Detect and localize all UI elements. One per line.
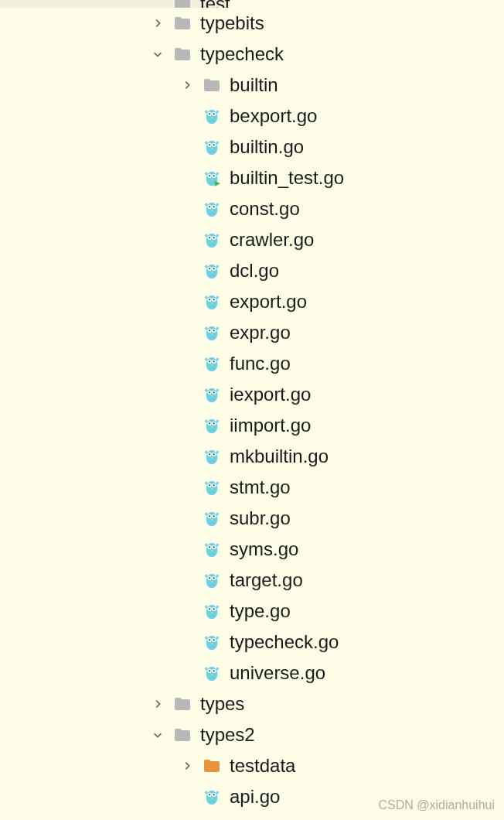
svg-point-111	[205, 512, 207, 515]
tree-item[interactable]: typecheck.go	[0, 627, 504, 658]
svg-point-76	[209, 391, 210, 393]
go-file-icon	[202, 384, 222, 405]
tree-item[interactable]: typecheck	[0, 39, 504, 70]
go-file-icon	[202, 508, 222, 528]
tree-item[interactable]: typebits	[0, 8, 504, 39]
svg-point-22	[205, 172, 207, 175]
tree-item[interactable]: mkbuiltin.go	[0, 441, 504, 472]
chevron-right-icon[interactable]	[180, 78, 194, 92]
go-file-icon	[202, 663, 222, 683]
tree-item[interactable]: subr.go	[0, 503, 504, 534]
svg-point-126	[211, 581, 213, 583]
tree-item[interactable]: builtin.go	[0, 132, 504, 162]
svg-point-15	[216, 141, 219, 144]
svg-point-108	[209, 515, 210, 517]
tree-item[interactable]: type.go	[0, 596, 504, 627]
svg-point-152	[216, 667, 219, 670]
tree-item[interactable]: syms.go	[0, 534, 504, 565]
svg-point-68	[209, 360, 210, 362]
svg-point-23	[216, 172, 219, 175]
svg-point-37	[213, 237, 215, 238]
chevron-down-icon[interactable]	[151, 47, 165, 61]
svg-point-36	[209, 237, 210, 238]
svg-point-21	[211, 179, 213, 180]
svg-point-141	[213, 639, 215, 641]
svg-point-142	[211, 643, 213, 644]
tree-item[interactable]: universe.go	[0, 658, 504, 688]
tree-item[interactable]: builtin	[0, 70, 504, 101]
svg-point-103	[205, 481, 207, 484]
svg-point-3	[209, 113, 210, 114]
watermark-text: CSDN @xidianhuihui	[378, 798, 495, 812]
svg-point-104	[216, 481, 219, 484]
svg-point-125	[213, 577, 215, 579]
tree-item[interactable]: stmt.go	[0, 472, 504, 503]
svg-point-60	[209, 330, 210, 331]
tree-item[interactable]: bexport.go	[0, 101, 504, 132]
go-file-icon	[202, 601, 222, 621]
chevron-right-icon[interactable]	[180, 759, 194, 773]
chevron-right-icon[interactable]	[151, 16, 165, 30]
svg-point-148	[209, 670, 210, 671]
svg-point-128	[216, 574, 219, 577]
tree-item-label: iimport.go	[230, 415, 311, 436]
svg-point-116	[209, 546, 210, 548]
svg-point-109	[213, 515, 215, 517]
tree-item[interactable]: types	[0, 688, 504, 719]
svg-point-19	[209, 175, 210, 176]
tree-item-label: builtin	[230, 74, 278, 96]
tree-item[interactable]: crawler.go	[0, 224, 504, 255]
svg-point-6	[205, 110, 207, 113]
svg-point-102	[211, 488, 213, 490]
tree-item-label: types2	[200, 724, 255, 746]
svg-point-45	[213, 268, 215, 269]
svg-point-62	[211, 333, 213, 335]
tree-item-label: subr.go	[230, 507, 291, 529]
tree-item[interactable]: test	[0, 0, 230, 8]
svg-point-160	[216, 791, 219, 794]
tree-item[interactable]: func.go	[0, 348, 504, 379]
go-file-icon	[202, 477, 222, 497]
tree-item-label: type.go	[230, 600, 291, 622]
chevron-down-icon[interactable]	[151, 728, 165, 742]
svg-point-149	[213, 670, 215, 671]
tree-item[interactable]: types2	[0, 719, 504, 750]
tree-item[interactable]: dcl.go	[0, 255, 504, 286]
go-file-icon	[202, 137, 222, 157]
svg-point-144	[216, 636, 219, 639]
go-file-icon	[202, 632, 222, 652]
tree-item-label: iexport.go	[230, 384, 311, 405]
svg-point-135	[205, 605, 207, 608]
folder-icon	[172, 13, 192, 33]
tree-item[interactable]: iimport.go	[0, 410, 504, 441]
tree-item[interactable]: builtin_test.go	[0, 162, 504, 193]
chevron-right-icon[interactable]	[151, 697, 165, 711]
tree-item-label: typebits	[200, 12, 264, 34]
svg-point-13	[211, 148, 213, 149]
svg-point-31	[205, 203, 207, 206]
svg-point-95	[205, 450, 207, 453]
svg-point-150	[211, 674, 213, 675]
svg-point-28	[209, 206, 210, 207]
svg-point-63	[205, 326, 207, 330]
svg-point-84	[209, 422, 210, 424]
svg-point-70	[211, 364, 213, 366]
tree-item-label: test	[200, 0, 230, 8]
svg-point-46	[211, 272, 213, 273]
svg-point-80	[216, 388, 219, 391]
svg-point-156	[209, 794, 210, 795]
tree-item[interactable]: const.go	[0, 193, 504, 224]
folder-icon	[202, 75, 222, 95]
tree-item[interactable]: export.go	[0, 286, 504, 317]
tree-item[interactable]: iexport.go	[0, 379, 504, 410]
tree-item[interactable]: testdata	[0, 750, 504, 781]
tree-item[interactable]: target.go	[0, 565, 504, 596]
svg-point-40	[216, 234, 219, 237]
folder-icon	[172, 694, 192, 714]
tree-item[interactable]: expr.go	[0, 317, 504, 348]
svg-point-56	[216, 296, 219, 299]
svg-point-110	[211, 519, 213, 521]
folder-icon	[172, 0, 192, 8]
tree-item-label: mkbuiltin.go	[230, 446, 329, 467]
svg-point-93	[213, 453, 215, 455]
